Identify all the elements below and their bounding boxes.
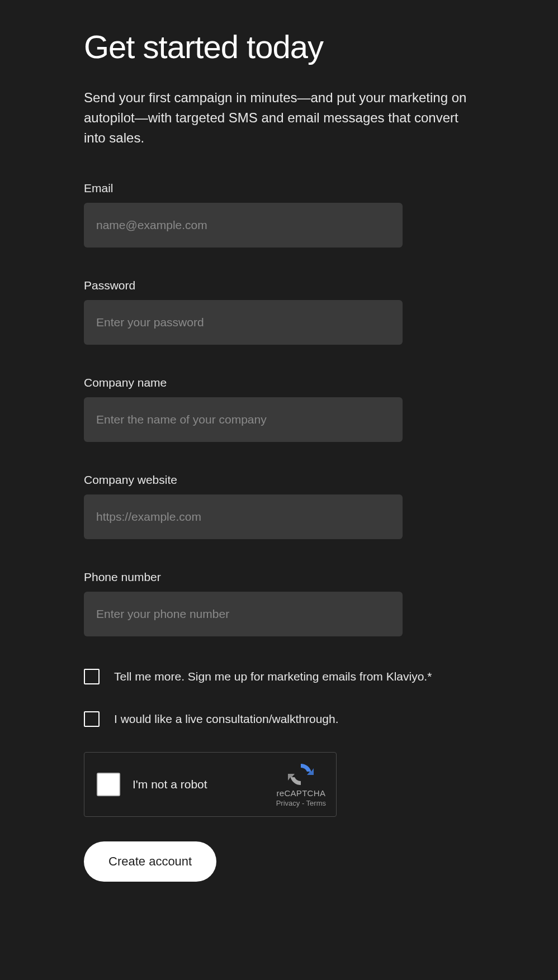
phone-label: Phone number bbox=[84, 570, 474, 584]
recaptcha-text: I'm not a robot bbox=[133, 778, 207, 791]
recaptcha-privacy-link[interactable]: Privacy bbox=[276, 799, 300, 807]
recaptcha-icon bbox=[287, 762, 315, 787]
recaptcha-brand: reCAPTCHA bbox=[276, 788, 325, 798]
recaptcha-left: I'm not a robot bbox=[97, 773, 207, 796]
password-group: Password bbox=[84, 279, 474, 345]
recaptcha-widget: I'm not a robot reCAPTCHA Privacy - Term… bbox=[84, 752, 337, 817]
recaptcha-separator: - bbox=[300, 799, 306, 807]
consultation-checkbox-row: I would like a live consultation/walkthr… bbox=[84, 710, 474, 728]
recaptcha-right: reCAPTCHA Privacy - Terms bbox=[276, 762, 326, 807]
phone-field[interactable] bbox=[84, 592, 403, 636]
company-name-label: Company name bbox=[84, 376, 474, 389]
company-website-group: Company website bbox=[84, 473, 474, 539]
page-subtitle: Send your first campaign in minutes—and … bbox=[84, 88, 474, 148]
company-name-field[interactable] bbox=[84, 397, 403, 442]
company-name-group: Company name bbox=[84, 376, 474, 442]
recaptcha-links: Privacy - Terms bbox=[276, 799, 326, 807]
phone-group: Phone number bbox=[84, 570, 474, 636]
password-label: Password bbox=[84, 279, 474, 292]
marketing-checkbox[interactable] bbox=[84, 669, 100, 684]
password-field[interactable] bbox=[84, 300, 403, 345]
recaptcha-checkbox[interactable] bbox=[97, 773, 120, 796]
email-label: Email bbox=[84, 182, 474, 195]
marketing-checkbox-label[interactable]: Tell me more. Sign me up for marketing e… bbox=[114, 668, 432, 686]
page-title: Get started today bbox=[84, 28, 474, 65]
email-field[interactable] bbox=[84, 203, 403, 248]
consultation-checkbox[interactable] bbox=[84, 711, 100, 727]
recaptcha-terms-link[interactable]: Terms bbox=[306, 799, 326, 807]
create-account-button[interactable]: Create account bbox=[84, 841, 216, 882]
company-website-label: Company website bbox=[84, 473, 474, 487]
marketing-checkbox-row: Tell me more. Sign me up for marketing e… bbox=[84, 668, 474, 686]
consultation-checkbox-label[interactable]: I would like a live consultation/walkthr… bbox=[114, 710, 339, 728]
signup-form-container: Get started today Send your first campai… bbox=[0, 0, 558, 882]
email-group: Email bbox=[84, 182, 474, 248]
company-website-field[interactable] bbox=[84, 494, 403, 539]
